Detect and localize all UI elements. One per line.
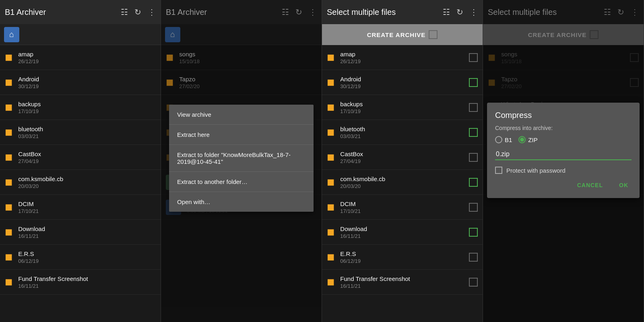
list-item[interactable]: ■ Download 16/11/21: [322, 220, 483, 245]
folder-icon: ■: [5, 50, 12, 65]
refresh-icon[interactable]: ↻: [456, 7, 463, 17]
list-item[interactable]: ■ bluetooth 03/03/21: [0, 120, 161, 145]
list-item[interactable]: ■ backups 17/10/19: [0, 95, 161, 120]
file-date: 30/12/19: [340, 83, 466, 89]
radio-zip-circle[interactable]: [518, 136, 526, 143]
list-item[interactable]: ■ CastBox 27/04/19: [0, 145, 161, 170]
dialog-title: Compress: [495, 111, 632, 120]
radio-b1-circle[interactable]: [495, 136, 502, 143]
file-checkbox[interactable]: [469, 253, 478, 262]
file-checkbox[interactable]: [469, 278, 478, 287]
file-date: 16/11/21: [18, 233, 156, 239]
list-item[interactable]: ■ com.ksmobile.cb 20/03/20: [0, 170, 161, 195]
folder-icon: ■: [327, 225, 334, 239]
list-item[interactable]: ■ bluetooth 03/03/21: [322, 120, 483, 145]
list-item[interactable]: ■ Android 30/12/19: [322, 70, 483, 95]
file-name: DCIM: [340, 200, 466, 207]
file-date: 17/10/19: [18, 108, 156, 114]
folder-icon: ■: [5, 200, 12, 215]
radio-zip-label: ZIP: [528, 136, 537, 143]
file-name: Fund Transfer Screenshot: [18, 275, 156, 282]
dialog-subtitle: Compress into archive:: [495, 125, 632, 131]
ok-button[interactable]: OK: [616, 180, 632, 190]
more-icon[interactable]: ⋮: [148, 7, 156, 17]
folder-icon: ■: [5, 100, 12, 115]
file-name: Android: [340, 76, 466, 83]
compress-dialog: Compress Compress into archive: B1 ZIP P…: [487, 103, 640, 198]
folder-icon: ■: [327, 75, 334, 90]
panel-3-icons: ☷ ↻ ⋮: [443, 7, 478, 17]
cancel-button[interactable]: CANCEL: [574, 180, 606, 190]
context-open-with[interactable]: Open with…: [169, 192, 314, 212]
create-archive-checkbox[interactable]: [429, 30, 438, 39]
list-item[interactable]: ■ DCIM 17/10/21: [0, 195, 161, 220]
file-name: backups: [18, 101, 156, 107]
file-name: CastBox: [18, 151, 156, 157]
dialog-buttons: CANCEL OK: [495, 180, 632, 190]
folder-icon: ■: [327, 250, 334, 264]
panel-2: B1 Archiver ☷ ↻ ⋮ ⌂ ■ songs 15/10/18 ■ T…: [161, 0, 322, 322]
folder-icon: ■: [327, 150, 334, 165]
file-date: 16/11/21: [340, 233, 466, 239]
filename-input[interactable]: [495, 149, 632, 160]
list-item[interactable]: ■ backups 17/10/19: [322, 95, 483, 120]
file-name: bluetooth: [340, 126, 466, 132]
file-date: 16/11/21: [340, 283, 466, 289]
list-item[interactable]: ■ Fund Transfer Screenshot 16/11/21: [322, 270, 483, 295]
document-icon[interactable]: ☷: [443, 7, 450, 17]
refresh-icon[interactable]: ↻: [134, 7, 141, 17]
folder-icon: ■: [327, 125, 334, 140]
list-item[interactable]: ■ amap 26/12/19: [322, 45, 483, 70]
file-name: amap: [340, 51, 466, 58]
create-archive-label[interactable]: CREATE ARCHIVE: [367, 31, 426, 38]
context-view-archive[interactable]: View archive: [169, 105, 314, 125]
panel-1-title: B1 Archiver: [5, 8, 121, 17]
panel-1-icons: ☷ ↻ ⋮: [121, 7, 156, 17]
list-item[interactable]: ■ E.R.S 06/12/19: [322, 245, 483, 270]
file-checkbox[interactable]: [469, 128, 478, 137]
radio-b1-label: B1: [505, 136, 512, 143]
file-name: amap: [18, 51, 156, 58]
list-item[interactable]: ■ CastBox 27/04/19: [322, 145, 483, 170]
file-name: CastBox: [340, 151, 466, 157]
panel-1-header: B1 Archiver ☷ ↻ ⋮: [0, 0, 161, 24]
context-extract-here[interactable]: Extract here: [169, 125, 314, 145]
home-icon[interactable]: ⌂: [4, 27, 19, 42]
list-item[interactable]: ■ DCIM 17/10/21: [322, 195, 483, 220]
more-icon[interactable]: ⋮: [470, 7, 478, 17]
list-item[interactable]: ■ Download 16/11/21: [0, 220, 161, 245]
panel-4: Select multiple files ☷ ↻ ⋮ CREATE ARCHI…: [483, 0, 644, 322]
file-name: DCIM: [18, 200, 156, 207]
file-name: com.ksmobile.cb: [340, 175, 466, 182]
radio-zip-option[interactable]: ZIP: [518, 136, 537, 143]
context-extract-to-folder[interactable]: Extract to folder "KnowMoreBulkTax_18-7-…: [169, 145, 314, 172]
folder-icon: ■: [327, 100, 334, 115]
panel-3-file-list: ■ amap 26/12/19 ■ Android 30/12/19 ■ bac…: [322, 45, 483, 322]
list-item[interactable]: ■ com.ksmobile.cb 20/03/20: [322, 170, 483, 195]
context-extract-to-another[interactable]: Extract to another folder…: [169, 172, 314, 192]
file-date: 06/12/19: [340, 258, 466, 264]
list-item[interactable]: ■ Android 30/12/19: [0, 70, 161, 95]
file-checkbox[interactable]: [469, 78, 478, 87]
file-checkbox[interactable]: [469, 203, 478, 212]
document-icon[interactable]: ☷: [121, 7, 128, 17]
file-name: com.ksmobile.cb: [18, 175, 156, 182]
radio-b1-option[interactable]: B1: [495, 136, 512, 143]
folder-icon: ■: [327, 275, 334, 289]
password-checkbox[interactable]: [495, 167, 502, 174]
file-checkbox[interactable]: [469, 103, 478, 112]
file-checkbox[interactable]: [469, 228, 478, 237]
file-name: Fund Transfer Screenshot: [340, 275, 466, 282]
folder-icon: ■: [327, 50, 334, 65]
file-checkbox[interactable]: [469, 153, 478, 162]
file-checkbox[interactable]: [469, 178, 478, 187]
password-label: Protect with password: [506, 167, 566, 174]
list-item[interactable]: ■ Fund Transfer Screenshot 16/11/21: [0, 270, 161, 295]
list-item[interactable]: ■ amap 26/12/19: [0, 45, 161, 70]
file-date: 26/12/19: [340, 58, 466, 64]
list-item[interactable]: ■ E.R.S 06/12/19: [0, 245, 161, 270]
panel-1: B1 Archiver ☷ ↻ ⋮ ⌂ ■ amap 26/12/19 ■ An…: [0, 0, 161, 322]
file-date: 03/03/21: [18, 133, 156, 139]
file-checkbox[interactable]: [469, 53, 478, 62]
file-date: 17/10/19: [340, 108, 466, 114]
